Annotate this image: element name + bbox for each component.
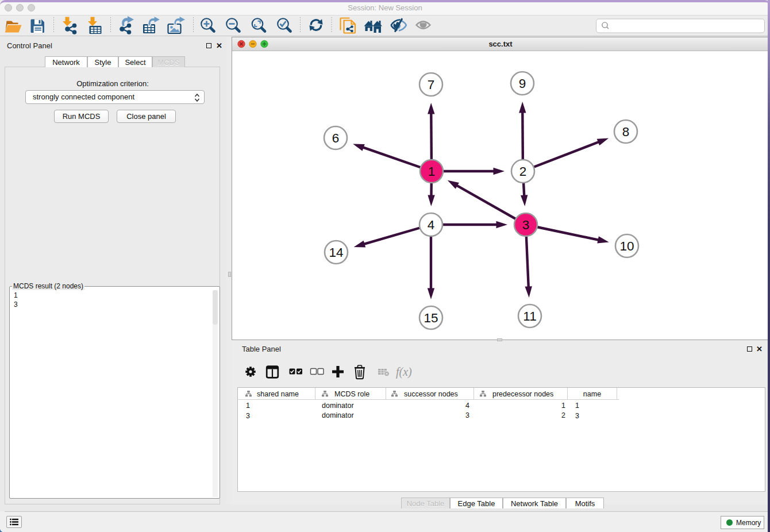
svg-text:9: 9 [519, 76, 526, 91]
svg-text:1: 1 [561, 402, 565, 410]
svg-text:name: name [583, 390, 601, 398]
svg-text:3: 3 [246, 412, 250, 420]
svg-text:1: 1 [575, 402, 579, 410]
svg-text:shared name: shared name [257, 390, 299, 398]
svg-text:10: 10 [619, 239, 634, 253]
svg-text:successor nodes: successor nodes [404, 390, 458, 398]
svg-text:dominator: dominator [322, 402, 354, 410]
svg-text:11: 11 [523, 309, 536, 323]
svg-text:8: 8 [622, 125, 630, 139]
svg-text:3: 3 [522, 218, 530, 232]
svg-text:2: 2 [561, 411, 565, 419]
svg-text:15: 15 [424, 311, 438, 325]
svg-text:4: 4 [465, 402, 469, 410]
svg-text:7: 7 [428, 78, 435, 92]
svg-text:predecessor nodes: predecessor nodes [492, 390, 553, 398]
svg-text:dominator: dominator [322, 411, 354, 419]
svg-text:6: 6 [332, 131, 340, 145]
svg-text:3: 3 [465, 411, 469, 419]
svg-text:MCDS role: MCDS role [334, 390, 369, 398]
svg-text:14: 14 [329, 245, 343, 260]
svg-text:1: 1 [246, 402, 250, 410]
svg-text:3: 3 [575, 412, 579, 420]
svg-text:f(x): f(x) [396, 365, 412, 379]
svg-text:1: 1 [428, 164, 436, 179]
svg-text:4: 4 [428, 218, 435, 232]
svg-text:2: 2 [519, 164, 527, 179]
